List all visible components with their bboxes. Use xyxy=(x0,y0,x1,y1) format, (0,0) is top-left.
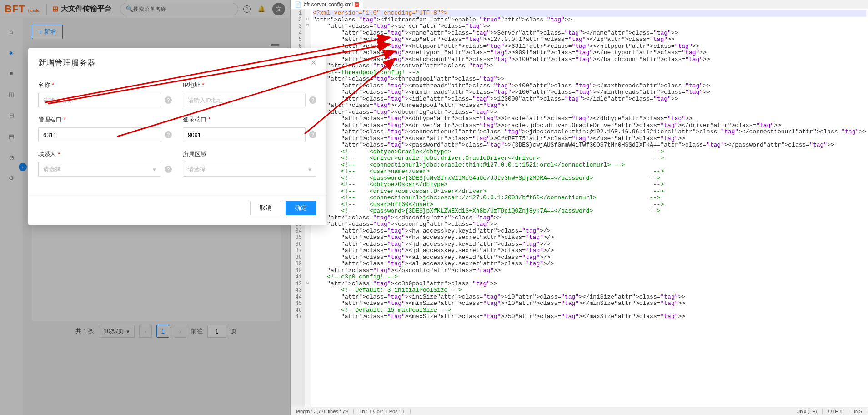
add-server-modal: 新增管理服务器 ✕ 名称* ? IP地址* xyxy=(28,48,326,225)
file-icon: 📄 xyxy=(295,1,301,8)
ip-input[interactable] xyxy=(183,93,306,107)
status-encoding: UTF-8 xyxy=(823,409,848,414)
code-area[interactable]: 1 2 3 4 5 6 7 8 9 10 11 12 13 14 15 16 1… xyxy=(291,9,868,407)
name-label: 名称* xyxy=(38,81,172,89)
code-editor-window: 📄 bft-server-config.xml ✕ 1 2 3 4 5 6 7 … xyxy=(290,0,868,415)
name-input[interactable] xyxy=(38,93,161,107)
help-icon[interactable]: ? xyxy=(309,131,316,138)
help-icon[interactable]: ? xyxy=(165,96,172,104)
ip-label: IP地址* xyxy=(183,81,316,89)
cancel-button[interactable]: 取消 xyxy=(250,201,281,215)
status-bar: length : 3,778 lines : 79 Ln : 1 Col : 1… xyxy=(291,407,868,415)
mgmt-port-label: 管理端口* xyxy=(38,116,172,124)
ok-button[interactable]: 确定 xyxy=(286,201,316,215)
login-port-input[interactable] xyxy=(183,127,306,142)
login-port-label: 登录端口* xyxy=(183,116,316,124)
chevron-down-icon: ▾ xyxy=(153,166,156,173)
contact-select[interactable]: 请选择▾ xyxy=(38,162,161,177)
region-select[interactable]: 请选择▾ xyxy=(183,162,316,177)
close-tab-icon[interactable]: ✕ xyxy=(355,2,359,7)
region-label: 所属区域 xyxy=(183,150,316,158)
modal-title: 新增管理服务器 xyxy=(38,58,95,67)
status-position: Ln : 1 Col : 1 Pos : 1 xyxy=(354,409,411,414)
mgmt-port-input[interactable] xyxy=(38,127,161,142)
code-content[interactable]: <?xml version="1.0" encoding="UTF-8"?> "… xyxy=(311,9,868,407)
status-length: length : 3,778 lines : 79 xyxy=(291,409,354,414)
filename: bft-server-config.xml xyxy=(303,1,353,8)
help-icon[interactable]: ? xyxy=(165,131,172,138)
close-icon[interactable]: ✕ xyxy=(311,58,316,67)
help-icon[interactable]: ? xyxy=(309,96,316,104)
file-tab[interactable]: 📄 bft-server-config.xml ✕ xyxy=(291,0,363,9)
contact-label: 联系人* xyxy=(38,150,172,158)
chevron-down-icon: ▾ xyxy=(308,166,311,173)
status-insert-mode: INS xyxy=(848,409,868,414)
modal-header: 新增管理服务器 ✕ xyxy=(28,48,326,77)
tab-bar: 📄 bft-server-config.xml ✕ xyxy=(291,0,868,9)
status-eol: Unix (LF) xyxy=(791,409,823,414)
bft-app-window: BFT ransfer ⊞ 大文件传输平台 🔍 ? 🔔 文 ⌂ ◈ xyxy=(0,0,290,415)
help-icon[interactable]: ? xyxy=(165,166,172,173)
